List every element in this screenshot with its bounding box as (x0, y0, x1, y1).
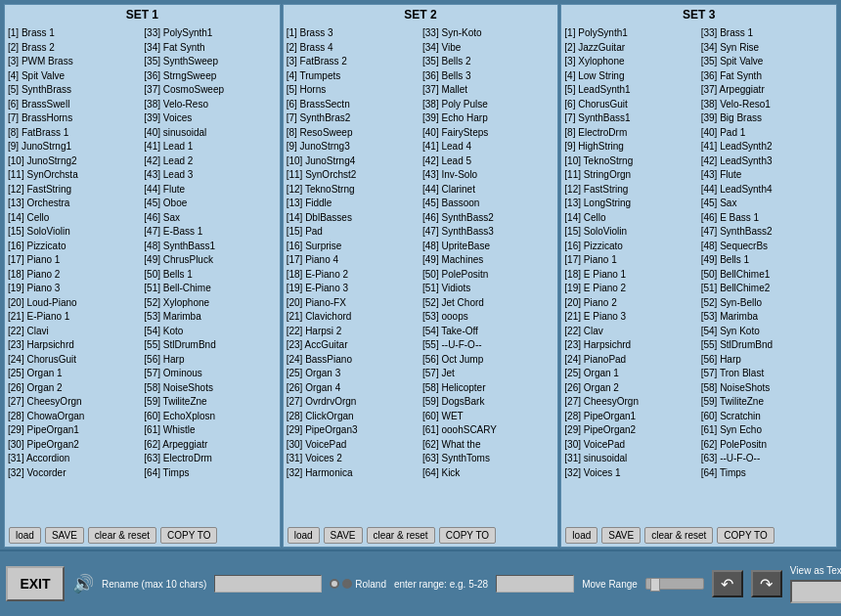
preset-item[interactable]: [54] Syn Koto (700, 325, 834, 339)
save-btn-2[interactable]: SAVE (324, 527, 363, 544)
preset-item[interactable]: [12] FastString (7, 183, 141, 198)
preset-item[interactable]: [26] Organ 2 (7, 381, 141, 396)
load-btn-2[interactable]: load (288, 527, 320, 544)
preset-item[interactable]: [47] SynthBass3 (421, 225, 555, 240)
preset-item[interactable]: [38] Velo-Reso (143, 98, 277, 112)
preset-item[interactable]: [40] sinusoidal (143, 126, 277, 141)
preset-item[interactable]: [23] AccGuitar (286, 338, 420, 353)
preset-item[interactable]: [35] SynthSweep (143, 55, 277, 69)
exit-button[interactable]: EXIT (6, 566, 65, 601)
preset-item[interactable]: [36] Bells 3 (421, 69, 555, 84)
preset-item[interactable]: [58] Helicopter (421, 381, 555, 396)
preset-item[interactable]: [64] Timps (700, 466, 834, 481)
preset-item[interactable]: [63] SynthToms (421, 452, 555, 466)
preset-item[interactable]: [11] StringOrgn (563, 168, 697, 183)
preset-item[interactable]: [30] VoicePad (286, 438, 420, 453)
preset-item[interactable]: [37] CosmoSweep (143, 83, 277, 98)
preset-item[interactable]: [40] FairySteps (421, 126, 555, 141)
preset-item[interactable]: [17] Piano 1 (7, 253, 141, 268)
preset-item[interactable]: [53] Marimba (143, 310, 277, 325)
view-text-button[interactable] (790, 580, 841, 603)
preset-item[interactable]: [31] sinusoidal (563, 452, 697, 466)
preset-item[interactable]: [17] Piano 1 (563, 253, 697, 268)
preset-item[interactable]: [28] ChowaOrgan (7, 410, 141, 424)
preset-item[interactable]: [59] DogsBark (421, 395, 555, 410)
preset-item[interactable]: [61] Whistle (143, 423, 277, 438)
preset-item[interactable]: [15] Pad (286, 225, 420, 240)
preset-item[interactable]: [25] Organ 3 (286, 367, 420, 381)
preset-item[interactable]: [51] Bell-Chime (143, 282, 277, 296)
preset-item[interactable]: [12] FastString (563, 183, 697, 198)
preset-item[interactable]: [30] PipeOrgan2 (7, 438, 141, 453)
preset-item[interactable]: [60] WET (421, 410, 555, 424)
preset-item[interactable]: [10] JunoStrng2 (7, 154, 141, 169)
preset-item[interactable]: [2] JazzGuitar (563, 41, 697, 56)
range-input[interactable] (496, 575, 574, 593)
preset-item[interactable]: [32] Vocorder (7, 466, 141, 481)
preset-item[interactable]: [60] Scratchin (700, 410, 834, 424)
preset-item[interactable]: [10] JunoStrng4 (286, 154, 420, 169)
preset-item[interactable]: [14] Cello (563, 211, 697, 226)
preset-item[interactable]: [44] Flute (143, 183, 277, 198)
preset-item[interactable]: [63] --U-F-O-- (700, 452, 834, 466)
preset-item[interactable]: [6] BrassSectn (286, 98, 420, 112)
preset-item[interactable]: [38] Velo-Reso1 (700, 98, 834, 112)
preset-item[interactable]: [53] ooops (421, 310, 555, 325)
preset-item[interactable]: [50] PolePositn (421, 268, 555, 283)
preset-item[interactable]: [32] Harmonica (286, 466, 420, 481)
preset-item[interactable]: [56] Harp (143, 353, 277, 368)
preset-item[interactable]: [4] Low String (563, 69, 697, 84)
preset-item[interactable]: [15] SoloViolin (7, 225, 141, 240)
preset-item[interactable]: [41] LeadSynth2 (700, 140, 834, 154)
preset-item[interactable]: [25] Organ 1 (7, 367, 141, 381)
preset-item[interactable]: [46] SynthBass2 (421, 211, 555, 226)
copy-btn-1[interactable]: COPY TO (160, 527, 217, 544)
copy-btn-2[interactable]: COPY TO (439, 527, 496, 544)
preset-item[interactable]: [3] PWM Brass (7, 55, 141, 69)
preset-item[interactable]: [54] Take-Off (421, 325, 555, 339)
preset-item[interactable]: [9] HighString (563, 140, 697, 154)
preset-item[interactable]: [10] TeknoStrng (563, 154, 697, 169)
clear-btn-2[interactable]: clear & reset (367, 527, 435, 544)
load-btn-1[interactable]: load (9, 527, 41, 544)
preset-item[interactable]: [49] ChrusPluck (143, 253, 277, 268)
preset-item[interactable]: [18] E Piano 1 (563, 268, 697, 283)
preset-item[interactable]: [4] Spit Valve (7, 69, 141, 84)
preset-item[interactable]: [15] SoloViolin (563, 225, 697, 240)
preset-item[interactable]: [56] Oct Jump (421, 353, 555, 368)
preset-item[interactable]: [28] ClickOrgan (286, 410, 420, 424)
preset-item[interactable]: [33] PolySynth1 (143, 26, 277, 41)
preset-item[interactable]: [58] NoiseShots (700, 381, 834, 396)
preset-item[interactable]: [28] PipeOrgan1 (563, 410, 697, 424)
preset-item[interactable]: [62] What the (421, 438, 555, 453)
preset-item[interactable]: [3] FatBrass 2 (286, 55, 420, 69)
preset-item[interactable]: [26] Organ 2 (563, 381, 697, 396)
preset-item[interactable]: [14] Cello (7, 211, 141, 226)
preset-item[interactable]: [61] ooohSCARY (421, 423, 555, 438)
preset-item[interactable]: [16] Surprise (286, 240, 420, 254)
preset-item[interactable]: [45] Bassoon (421, 197, 555, 211)
preset-item[interactable]: [47] E-Bass 1 (143, 225, 277, 240)
preset-item[interactable]: [49] Machines (421, 253, 555, 268)
preset-item[interactable]: [16] Pizzicato (7, 240, 141, 254)
preset-item[interactable]: [29] PipeOrgan1 (7, 423, 141, 438)
preset-item[interactable]: [43] Flute (700, 168, 834, 183)
preset-item[interactable]: [55] StlDrumBnd (143, 338, 277, 353)
preset-item[interactable]: [7] SynthBras2 (286, 111, 420, 126)
preset-item[interactable]: [54] Koto (143, 325, 277, 339)
preset-item[interactable]: [24] PianoPad (563, 353, 697, 368)
preset-item[interactable]: [41] Lead 4 (421, 140, 555, 154)
preset-item[interactable]: [13] LongString (563, 197, 697, 211)
preset-item[interactable]: [8] ResoSweep (286, 126, 420, 141)
load-btn-3[interactable]: load (565, 527, 598, 544)
preset-item[interactable]: [51] Vidiots (421, 282, 555, 296)
preset-item[interactable]: [13] Orchestra (7, 197, 141, 211)
preset-item[interactable]: [42] Lead 5 (421, 154, 555, 169)
preset-item[interactable]: [49] Bells 1 (700, 253, 834, 268)
preset-item[interactable]: [64] Kick (421, 466, 555, 481)
preset-item[interactable]: [1] Brass 3 (286, 26, 420, 41)
preset-item[interactable]: [48] UpriteBase (421, 240, 555, 254)
preset-item[interactable]: [27] OvrdrvOrgn (286, 395, 420, 410)
preset-item[interactable]: [24] BassPiano (286, 353, 420, 368)
preset-item[interactable]: [33] Brass 1 (700, 26, 834, 41)
